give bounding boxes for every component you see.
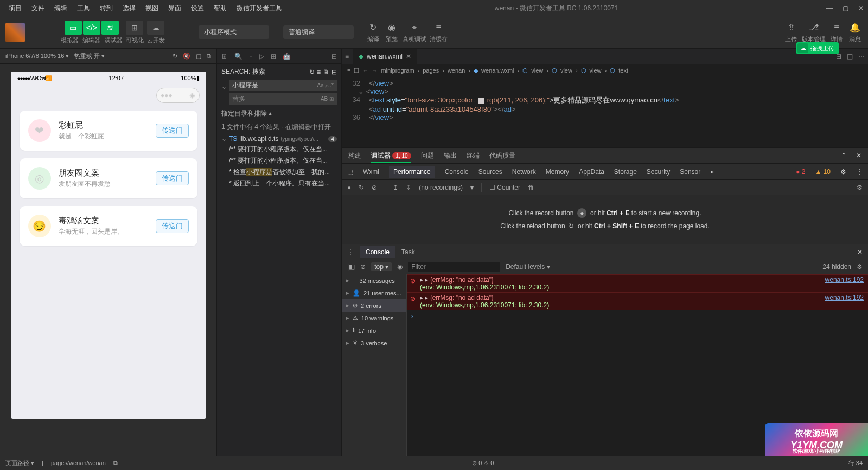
upload-icon[interactable]: ⇪ bbox=[783, 22, 799, 34]
card-button[interactable]: 传送门 bbox=[156, 171, 189, 185]
problems-status[interactable]: ⊘ 0 ⚠ 0 bbox=[472, 460, 494, 467]
dt-tab[interactable]: 终端 bbox=[467, 149, 480, 163]
console-tab[interactable]: Console bbox=[360, 246, 395, 258]
menu-item[interactable]: 文件 bbox=[27, 2, 49, 15]
scope-toggle[interactable]: 指定目录和排除 ▴ bbox=[221, 107, 337, 120]
refresh-icon[interactable]: ↻ bbox=[309, 68, 315, 76]
newfile-icon[interactable]: 🗎 bbox=[323, 68, 329, 76]
detail-icon[interactable]: ≡ bbox=[829, 22, 844, 34]
console-prompt[interactable]: › bbox=[407, 310, 868, 322]
menu-item[interactable]: 视图 bbox=[141, 2, 163, 15]
card-button[interactable]: 传送门 bbox=[156, 219, 189, 233]
more-icon[interactable]: ●●● bbox=[161, 92, 173, 99]
replace-input[interactable]: 替换 bbox=[232, 94, 245, 104]
menu-item[interactable]: 界面 bbox=[164, 2, 186, 15]
gear-icon[interactable]: ⚙ bbox=[857, 184, 863, 191]
chevron-down-icon[interactable]: ▾ bbox=[470, 184, 474, 191]
gear-icon[interactable]: ⚙ bbox=[857, 263, 863, 271]
editor-tab[interactable]: ◆wenan.wxml✕ bbox=[353, 49, 417, 64]
sub-tab[interactable]: AppData bbox=[579, 168, 604, 176]
robot-icon[interactable]: 🤖 bbox=[283, 53, 291, 60]
page-path[interactable]: pages/wenan/wenan bbox=[51, 460, 106, 466]
search-icon[interactable]: 🔍 bbox=[234, 53, 242, 60]
more-icon[interactable]: ⋯ bbox=[858, 53, 865, 60]
hot-reload-toggle[interactable]: 热重载 开 ▾ bbox=[74, 52, 105, 60]
counter-checkbox[interactable]: Counter bbox=[497, 184, 520, 191]
clear-console-icon[interactable]: ⊘ bbox=[360, 263, 366, 271]
source-link[interactable]: wenan.ts:192 bbox=[825, 276, 864, 284]
chevron-up-icon[interactable]: ⌃ bbox=[841, 152, 846, 159]
sub-tab[interactable]: Sources bbox=[478, 168, 502, 176]
console-filter-row[interactable]: ▸⚠10 warnings bbox=[342, 312, 406, 324]
mute-icon[interactable]: 🔇 bbox=[183, 53, 190, 60]
console-filter-row[interactable]: ▸≡32 messages bbox=[342, 274, 406, 287]
download-icon[interactable]: ↧ bbox=[406, 184, 411, 191]
editor-button[interactable]: </> bbox=[83, 21, 100, 35]
compile-select[interactable]: 普通编译 bbox=[283, 25, 354, 39]
console-error-entry[interactable]: ⊘ wenan.ts:192 ▸ ▸ {errMsg: "no ad data"… bbox=[407, 274, 868, 292]
clear-icon[interactable]: ≡ bbox=[317, 68, 321, 76]
console-filter-row[interactable]: ▸※3 verbose bbox=[342, 337, 406, 349]
menu-item[interactable]: 微信开发者工具 bbox=[232, 2, 286, 15]
search-result-line[interactable]: /** 要打开的小程序版本。仅在当... bbox=[221, 155, 337, 166]
device-select[interactable]: iPhone 6/7/8 100% 16 ▾ bbox=[5, 53, 69, 60]
close-icon[interactable]: ✕ bbox=[858, 4, 864, 12]
refresh-icon[interactable]: ↻ bbox=[173, 53, 177, 60]
context-select[interactable]: top ▾ bbox=[371, 262, 392, 271]
trash-icon[interactable]: 🗑 bbox=[528, 184, 534, 191]
reload-icon[interactable]: ↻ bbox=[359, 184, 364, 191]
maximize-icon[interactable]: ▢ bbox=[843, 4, 848, 12]
close-panel-icon[interactable]: ✕ bbox=[856, 152, 861, 159]
sub-tab[interactable]: Sensor bbox=[680, 168, 700, 176]
source-link[interactable]: wenan.ts:192 bbox=[825, 294, 864, 301]
menu-item[interactable]: 工具 bbox=[73, 2, 94, 15]
arrow-right-icon[interactable]: → bbox=[372, 67, 378, 74]
kebab-icon[interactable]: ⋮ bbox=[856, 168, 863, 176]
error-count-badge[interactable]: ● 2 bbox=[796, 168, 805, 176]
search-result-line[interactable]: /** 要打开的小程序版本。仅在当... bbox=[221, 144, 337, 155]
debugger-button[interactable]: ≋ bbox=[101, 21, 119, 35]
code-editor[interactable]: 32</view> ⌄ <view> 34<text style="font-s… bbox=[342, 77, 868, 147]
menu-item[interactable]: 转到 bbox=[95, 2, 117, 15]
menu-item[interactable]: 帮助 bbox=[209, 2, 231, 15]
version-icon[interactable]: ⎇ bbox=[806, 22, 821, 34]
filter-input[interactable]: Filter bbox=[408, 262, 500, 272]
menu-item[interactable]: 选择 bbox=[118, 2, 140, 15]
clear-icon[interactable]: ⊘ bbox=[372, 184, 377, 191]
search-result-line[interactable]: * 检查小程序是否被添加至「我的... bbox=[221, 166, 337, 178]
task-tab[interactable]: Task bbox=[401, 248, 415, 256]
chevron-down-icon[interactable]: ⌄ bbox=[221, 83, 227, 91]
close-tab-icon[interactable]: ✕ bbox=[406, 53, 411, 60]
list-item[interactable]: ◎ 朋友圈文案发朋友圈不再发愁 传送门 bbox=[20, 158, 197, 198]
open-editors-icon[interactable]: ≡ bbox=[345, 53, 349, 60]
page-path-label[interactable]: 页面路径 ▾ bbox=[5, 459, 34, 467]
menu-item[interactable]: 项目 bbox=[4, 2, 26, 15]
explorer-icon[interactable]: 🗎 bbox=[221, 53, 228, 60]
sub-tab[interactable]: Network bbox=[512, 168, 536, 176]
list-item[interactable]: 😏 毒鸡汤文案学海无涯，回头是岸。 传送门 bbox=[20, 206, 197, 246]
result-file[interactable]: ⌄TS lib.wx.api.d.ts typings\types\... 4 bbox=[221, 134, 337, 144]
hidden-count[interactable]: 24 hidden bbox=[822, 263, 851, 271]
simulator-button[interactable]: ▭ bbox=[65, 21, 82, 35]
bc-toggle-icon[interactable]: ≡ bbox=[347, 67, 350, 74]
more-tabs-icon[interactable]: » bbox=[710, 168, 714, 176]
target-icon[interactable]: ◉ bbox=[189, 92, 195, 99]
sub-tab[interactable]: Storage bbox=[614, 168, 637, 176]
split-icon[interactable]: ◫ bbox=[847, 53, 853, 60]
minimize-icon[interactable]: — bbox=[826, 4, 833, 12]
rotate-icon[interactable]: ▢ bbox=[196, 53, 201, 60]
console-filter-row[interactable]: ▸ℹ17 info bbox=[342, 324, 406, 337]
sidebar-toggle-icon[interactable]: |◧ bbox=[347, 263, 355, 271]
bookmark-icon[interactable]: ☐ bbox=[354, 67, 359, 74]
card-button[interactable]: 传送门 bbox=[156, 124, 189, 138]
sub-tab[interactable]: Wxml bbox=[363, 168, 379, 176]
dt-tab[interactable]: 代码质量 bbox=[489, 149, 515, 163]
sub-tab[interactable]: Performance bbox=[389, 166, 435, 178]
avatar[interactable] bbox=[5, 23, 25, 42]
debug-icon[interactable]: ▷ bbox=[259, 53, 264, 60]
search-result-line[interactable]: * 返回到上一个小程序。只有在当... bbox=[221, 178, 337, 189]
console-error-entry[interactable]: ⊘ wenan.ts:192 ▸ ▸ {errMsg: "no ad data"… bbox=[407, 292, 868, 310]
preview-icon[interactable]: ◉ bbox=[384, 22, 399, 34]
levels-select[interactable]: Default levels ▾ bbox=[506, 263, 550, 271]
message-icon[interactable]: 🔔 bbox=[847, 22, 863, 34]
